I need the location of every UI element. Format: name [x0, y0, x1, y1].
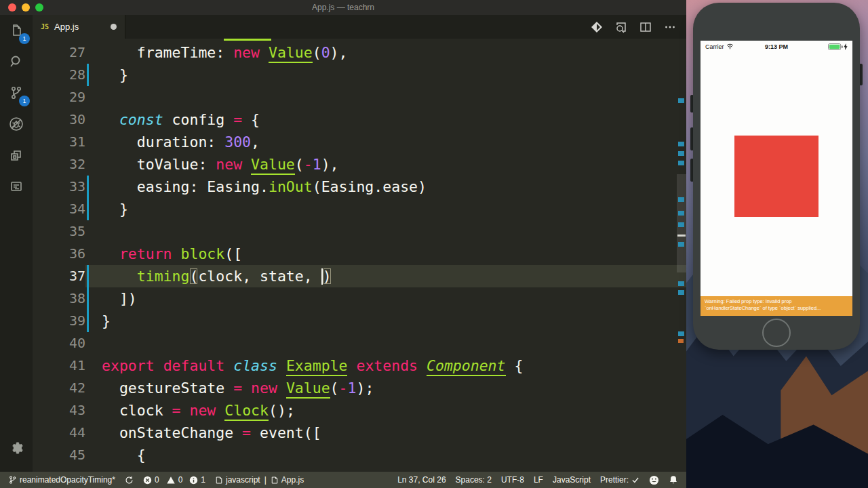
code-line[interactable]: 45 {	[33, 444, 686, 466]
code-line[interactable]: 44 onStateChange = event([	[33, 422, 686, 444]
code-line[interactable]: 31 duration: 300,	[33, 131, 686, 153]
code-text[interactable]: }	[102, 64, 686, 86]
sidebar-item-explorer[interactable]: 1	[0, 15, 33, 46]
animated-red-box	[734, 136, 818, 217]
modified-line-indicator	[87, 198, 89, 220]
code-text[interactable]: onStateChange = event([	[102, 422, 686, 444]
gutter	[85, 444, 102, 466]
home-button[interactable]	[762, 319, 791, 347]
code-text[interactable]: toValue: new Value(-1),	[102, 153, 686, 176]
code-line[interactable]: 34 }	[33, 198, 686, 220]
search-icon	[8, 54, 24, 70]
notifications-button[interactable]	[669, 475, 678, 485]
extensions-icon	[8, 147, 24, 163]
encoding-status[interactable]: UTF-8	[501, 475, 524, 485]
code-editor[interactable]: 27 frameTime: new Value(0),28 }2930 cons…	[33, 39, 686, 472]
code-line[interactable]: 27 frameTime: new Value(0),	[33, 41, 686, 64]
gutter	[85, 153, 102, 176]
code-text[interactable]: easing: Easing.inOut(Easing.ease)	[102, 176, 686, 198]
line-number: 33	[33, 176, 85, 198]
code-line[interactable]: 28 }	[33, 64, 686, 86]
code-text[interactable]: ])	[102, 287, 686, 310]
tab-bar: JS App.js	[33, 15, 686, 39]
problems-status[interactable]: 0 0 1	[143, 475, 205, 485]
scm-badge: 1	[19, 96, 30, 106]
sidebar-item-source-control[interactable]: 1	[0, 77, 33, 108]
more-actions-icon[interactable]	[663, 20, 677, 34]
code-line[interactable]: 29	[33, 86, 686, 108]
prettier-status[interactable]: Prettier:	[600, 475, 639, 485]
code-text[interactable]: timing(clock, state, )	[102, 265, 686, 287]
gutter	[85, 287, 102, 310]
gutter	[85, 64, 102, 86]
previous-line-underline	[224, 39, 271, 41]
code-text[interactable]: duration: 300,	[102, 131, 686, 153]
line-number: 34	[33, 198, 85, 220]
code-line[interactable]: 41export default class Example extends C…	[33, 354, 686, 377]
indentation-status[interactable]: Spaces: 2	[456, 475, 492, 485]
code-line[interactable]: 43 clock = new Clock();	[33, 399, 686, 422]
code-line[interactable]: 37 timing(clock, state, )	[33, 265, 686, 287]
eol-status[interactable]: LF	[534, 475, 543, 485]
code-text[interactable]: }	[102, 310, 686, 332]
code-line[interactable]: 39}	[33, 310, 686, 332]
sidebar-item-debug[interactable]	[0, 108, 33, 140]
format-diamond-icon[interactable]	[590, 20, 604, 34]
unsaved-changes-dot[interactable]	[111, 24, 117, 30]
simulator-screen[interactable]: Carrier 9:13 PM	[701, 41, 852, 316]
code-line[interactable]: 35	[33, 220, 686, 243]
code-text[interactable]: export default class Example extends Com…	[102, 354, 686, 377]
git-branch-status[interactable]: reanimatedOpacityTiming*	[8, 475, 115, 485]
code-text[interactable]	[102, 220, 686, 243]
file-icon	[271, 476, 279, 485]
language-mode-status[interactable]: JavaScript	[553, 475, 591, 485]
sidebar-item-extensions[interactable]	[0, 140, 33, 171]
code-text[interactable]: return block([	[102, 243, 686, 265]
gutter	[85, 198, 102, 220]
tab-appjs[interactable]: JS App.js	[33, 15, 125, 39]
code-text[interactable]	[102, 332, 686, 354]
code-text[interactable]: {	[102, 444, 686, 466]
line-number: 38	[33, 287, 85, 310]
code-line[interactable]: 32 toValue: new Value(-1),	[33, 153, 686, 176]
activity-bar: 1 1	[0, 15, 33, 472]
code-text[interactable]: frameTime: new Value(0),	[102, 41, 686, 64]
close-window-button[interactable]	[8, 3, 16, 12]
search-in-file-icon[interactable]	[614, 20, 628, 34]
code-text[interactable]: clock = new Clock();	[102, 399, 686, 422]
modified-line-indicator	[87, 287, 89, 310]
code-line[interactable]: 36 return block([	[33, 243, 686, 265]
split-editor-icon[interactable]	[639, 20, 652, 34]
feedback-button[interactable]	[649, 475, 659, 485]
code-text[interactable]: }	[102, 198, 686, 220]
code-line[interactable]: 40	[33, 332, 686, 354]
code-line[interactable]: 30 const config = {	[33, 108, 686, 131]
line-number: 44	[33, 422, 85, 444]
scrollbar[interactable]	[677, 39, 686, 472]
code-text[interactable]: gestureState = new Value(-1);	[102, 377, 686, 399]
tab-label: App.js	[54, 22, 79, 32]
cursor-position-status[interactable]: Ln 37, Col 26	[397, 475, 446, 485]
sidebar-item-search[interactable]	[0, 46, 33, 77]
code-text[interactable]	[102, 86, 686, 108]
zoom-window-button[interactable]	[35, 3, 43, 12]
code-line[interactable]: 33 easing: Easing.inOut(Easing.ease)	[33, 176, 686, 198]
line-number: 45	[33, 444, 85, 466]
code-line[interactable]: 38 ])	[33, 287, 686, 310]
line-number: 35	[33, 220, 85, 243]
warning-toast[interactable]: Warning: Failed prop type: Invalid prop …	[701, 296, 852, 316]
code-line[interactable]: 42 gestureState = new Value(-1);	[33, 377, 686, 399]
line-number: 40	[33, 332, 85, 354]
manage-button[interactable]	[0, 432, 33, 464]
check-icon	[631, 476, 639, 484]
window-title: App.js — teachrn	[0, 3, 686, 12]
minimize-window-button[interactable]	[22, 3, 30, 12]
sync-status[interactable]	[125, 476, 134, 485]
line-number: 29	[33, 86, 85, 108]
task-javascript-status[interactable]: javascript | App.js	[215, 475, 304, 485]
titlebar[interactable]: App.js — teachrn	[0, 0, 686, 15]
gutter	[85, 108, 102, 131]
code-text[interactable]: const config = {	[102, 108, 686, 131]
warning-text-line2: `onHandlerStateChange` of type `object` …	[705, 305, 848, 312]
sidebar-item-output[interactable]	[0, 171, 33, 202]
